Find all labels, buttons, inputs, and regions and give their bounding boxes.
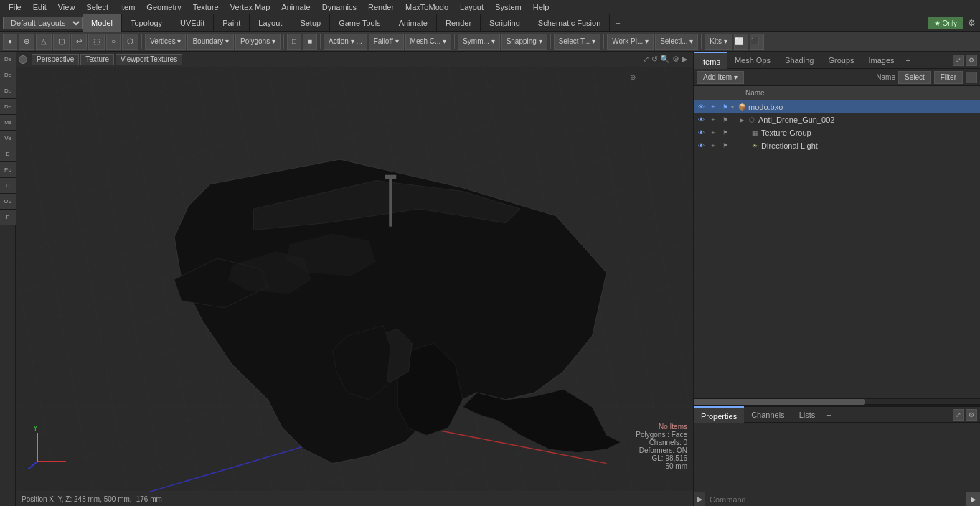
tool-white-sq[interactable]: ⬜ xyxy=(734,34,748,50)
tab-gametools[interactable]: Game Tools xyxy=(330,14,390,32)
scrollbar-thumb-h[interactable] xyxy=(694,399,865,405)
menu-edit[interactable]: Edit xyxy=(27,0,52,14)
tab-layout[interactable]: Layout xyxy=(250,14,291,32)
menu-geometry[interactable]: Geometry xyxy=(141,0,187,14)
layout-dropdown[interactable]: Default Layouts xyxy=(3,17,83,29)
sidebar-btn-ve[interactable]: Ve xyxy=(0,131,16,146)
sidebar-btn-f[interactable]: F xyxy=(0,210,16,225)
menu-system[interactable]: System xyxy=(489,0,527,14)
sidebar-btn-de3[interactable]: De xyxy=(0,99,16,115)
tool-snapping[interactable]: Snapping ▾ xyxy=(501,34,547,50)
list-item-dir-light[interactable]: 👁 + ⚑ ☀ Directional Light xyxy=(694,139,980,152)
tab-render[interactable]: Render xyxy=(437,14,481,32)
tool-dot[interactable]: ● xyxy=(3,34,17,50)
menu-vertexmap[interactable]: Vertex Map xyxy=(225,0,276,14)
menu-item[interactable]: Item xyxy=(114,0,141,14)
tool-workplane[interactable]: Work Pl... ▾ xyxy=(607,34,654,50)
tool-black-sq[interactable]: ⬛ xyxy=(750,34,764,50)
add-icon-4[interactable]: + xyxy=(707,140,719,151)
vp-tab-texture[interactable]: Texture xyxy=(80,54,114,65)
tree-expand-2[interactable]: ▶ xyxy=(740,117,747,123)
menu-texture[interactable]: Texture xyxy=(187,0,225,14)
tool-polygons[interactable]: Polygons ▾ xyxy=(235,34,281,50)
tab-uvedit[interactable]: UVEdit xyxy=(171,14,214,32)
add-item-btn[interactable]: Add Item ▾ xyxy=(697,71,744,84)
eye-icon-3[interactable]: 👁 xyxy=(695,127,707,139)
tool-transform[interactable]: ↩ xyxy=(71,34,87,50)
settings-icon[interactable]: ⚙ xyxy=(968,18,976,28)
ref-icon-2[interactable]: ⚑ xyxy=(720,114,731,126)
vp-icon-move[interactable]: ⤢ xyxy=(643,55,649,64)
add-icon-2[interactable]: + xyxy=(707,114,719,126)
tab-lists[interactable]: Lists xyxy=(792,406,823,423)
items-scrollbar-bottom[interactable] xyxy=(694,398,980,404)
add-icon[interactable]: + xyxy=(707,101,719,113)
tab-scripting[interactable]: Scripting xyxy=(481,14,529,32)
items-filter-btn[interactable]: Filter xyxy=(934,71,963,84)
vp-tab-viewport-textures[interactable]: Viewport Textures xyxy=(116,54,182,65)
cmd-go-btn[interactable]: ▶ xyxy=(966,492,980,507)
sidebar-btn-de2[interactable]: De xyxy=(0,67,16,83)
eye-icon-1[interactable]: 👁 xyxy=(695,101,707,113)
panel-expand-icon[interactable]: ⤢ xyxy=(953,55,964,66)
tab-setup[interactable]: Setup xyxy=(291,14,330,32)
vp-icon-search[interactable]: 🔍 xyxy=(660,55,670,64)
vp-icon-play[interactable]: ▶ xyxy=(682,55,687,64)
ref-icon-3[interactable]: ⚑ xyxy=(720,127,731,139)
items-minus-btn[interactable]: — xyxy=(966,72,977,83)
sidebar-btn-c[interactable]: C xyxy=(0,178,16,194)
tab-items-plus[interactable]: + xyxy=(902,52,915,69)
panel-settings-icon[interactable]: ⚙ xyxy=(966,55,977,66)
tool-sphere[interactable]: ⊕ xyxy=(19,34,34,50)
tab-schematic-fusion[interactable]: Schematic Fusion xyxy=(529,14,610,32)
menu-layout[interactable]: Layout xyxy=(454,0,489,14)
sidebar-btn-po[interactable]: Po xyxy=(0,162,16,178)
props-settings-icon[interactable]: ⚙ xyxy=(966,409,977,421)
sidebar-btn-mes[interactable]: Me xyxy=(0,115,16,131)
tab-images[interactable]: Images xyxy=(862,52,902,69)
tool-hex[interactable]: ⬡ xyxy=(122,34,138,50)
list-item-anti-drone[interactable]: 👁 + ⚑ ▶ ⬡ Anti_Drone_Gun_002 xyxy=(694,113,980,126)
add-icon-3[interactable]: + xyxy=(707,127,719,139)
tool-grid[interactable]: ⬚ xyxy=(88,34,105,50)
tab-channels[interactable]: Channels xyxy=(744,406,791,423)
menu-file[interactable]: File xyxy=(3,0,27,14)
tool-vertices[interactable]: Vertices ▾ xyxy=(145,34,186,50)
eye-icon-4[interactable]: 👁 xyxy=(695,140,707,151)
command-input[interactable] xyxy=(705,492,966,507)
sidebar-btn-e[interactable]: E xyxy=(0,146,16,162)
list-item-modo-bxo[interactable]: 👁 + ⚑ ▼ 📦 modo.bxo xyxy=(694,100,980,113)
vp-tab-perspective[interactable]: Perspective xyxy=(32,54,79,65)
sidebar-btn-uv[interactable]: UV xyxy=(0,194,16,210)
ref-icon-4[interactable]: ⚑ xyxy=(720,140,731,151)
sidebar-btn-de1[interactable]: De xyxy=(0,52,16,67)
tab-plus[interactable]: + xyxy=(610,19,626,27)
tab-mesh-ops[interactable]: Mesh Ops xyxy=(727,52,778,69)
tool-sq1[interactable]: □ xyxy=(287,34,301,50)
vp-icon-refresh[interactable]: ↺ xyxy=(651,55,658,64)
vp-icon-settings[interactable]: ⚙ xyxy=(672,55,679,64)
props-expand-icon[interactable]: ⤢ xyxy=(953,409,964,421)
viewport-canvas[interactable]: X Y Z No Items Polygons : Face Channels:… xyxy=(16,67,693,492)
eye-icon-2[interactable]: 👁 xyxy=(695,114,707,126)
tool-triangle[interactable]: △ xyxy=(36,34,52,50)
tab-shading[interactable]: Shading xyxy=(778,52,821,69)
sidebar-btn-du[interactable]: Du xyxy=(0,83,16,99)
tool-action[interactable]: Action ▾ ... xyxy=(324,34,367,50)
vp-dot[interactable] xyxy=(19,55,27,64)
tab-groups[interactable]: Groups xyxy=(821,52,861,69)
tool-select-t[interactable]: Select T... ▾ xyxy=(554,34,601,50)
tool-kits[interactable]: Kits ▾ xyxy=(705,34,732,50)
cmd-arrow-btn[interactable]: ▶ xyxy=(694,492,705,507)
menu-help[interactable]: Help xyxy=(527,0,555,14)
tab-properties[interactable]: Properties xyxy=(694,406,744,423)
tab-animate[interactable]: Animate xyxy=(390,14,437,32)
tool-boundary[interactable]: Boundary ▾ xyxy=(187,34,234,50)
tool-circle[interactable]: ○ xyxy=(106,34,121,50)
tab-props-plus[interactable]: + xyxy=(822,406,835,423)
tab-model[interactable]: Model xyxy=(83,14,122,32)
tool-selection[interactable]: Selecti... ▾ xyxy=(655,34,698,50)
menu-dynamics[interactable]: Dynamics xyxy=(316,0,362,14)
menu-render[interactable]: Render xyxy=(362,0,400,14)
tab-paint[interactable]: Paint xyxy=(214,14,250,32)
